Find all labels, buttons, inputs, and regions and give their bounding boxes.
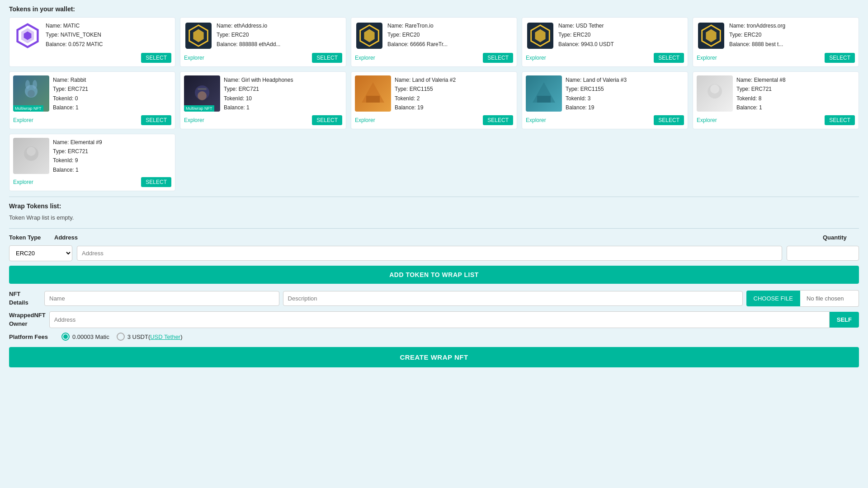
nft-details-row: NFT Details CHOOSE FILE No file chosen — [9, 290, 859, 307]
token-card-land3: Name: Land of Valeria #3 Type: ERC1155 T… — [522, 71, 688, 129]
token-type: Type: ERC20 — [558, 30, 614, 39]
fee-usdt-label: 3 USDT(USD Tether) — [127, 333, 183, 340]
token-balance: Balance: 66666 RareTr... — [387, 40, 448, 49]
token-balance: Balance: 9943.0 USDT — [558, 40, 614, 49]
erc20-tokens-row: Name: MATIC Type: NATIVE_TOKEN Balance: … — [9, 17, 859, 67]
token-balance: Balance: 1 — [224, 103, 293, 112]
select-button-land3[interactable]: SELECT — [654, 115, 684, 125]
explorer-link-elemental8[interactable]: Explorer — [697, 117, 717, 123]
nft-name-input[interactable] — [44, 291, 279, 306]
token-id: TokenId: 9 — [53, 156, 102, 165]
token-name: Name: Land of Valeria #2 — [395, 75, 456, 84]
token-card-land2: Name: Land of Valeria #2 Type: ERC1155 T… — [351, 71, 517, 129]
self-button[interactable]: SELF — [830, 312, 859, 328]
create-wrap-nft-button[interactable]: CREATE WRAP NFT — [9, 347, 859, 367]
divider-2 — [9, 228, 859, 229]
owner-address-input[interactable] — [49, 311, 830, 328]
explorer-link-tron[interactable]: Explorer — [697, 55, 717, 61]
token-type: Type: ERC1155 — [395, 84, 456, 94]
add-token-button[interactable]: ADD TOKEN TO WRAP LIST — [9, 266, 859, 284]
wrap-list-empty: Token Wrap list is empty. — [9, 214, 859, 221]
token-name: Name: Elemental #9 — [53, 138, 102, 147]
token-name: Name: ethAddress.io — [217, 21, 280, 30]
explorer-link-eth[interactable]: Explorer — [184, 55, 204, 61]
select-button-rabbit[interactable]: SELECT — [141, 115, 171, 125]
token-name: Name: MATIC — [46, 21, 103, 30]
token-form-section: Token Type Address Quantity ERC20 ERC721… — [9, 234, 859, 284]
select-button-usdt[interactable]: SELECT — [654, 53, 684, 63]
token-id: TokenId: 10 — [224, 94, 293, 103]
wallet-title: Tokens in your wallet: — [9, 5, 859, 13]
token-card-elemental9: Name: Elemental #9 Type: ERC721 TokenId:… — [9, 134, 175, 192]
token-balance: Balance: 19 — [395, 103, 456, 112]
explorer-link-land3[interactable]: Explorer — [526, 117, 546, 123]
token-type-select[interactable]: ERC20 ERC721 ERC1155 NATIVE_TOKEN — [9, 245, 72, 261]
radio-usdt[interactable] — [117, 333, 125, 341]
no-file-label: No file chosen — [800, 290, 859, 307]
nft-description-input[interactable] — [283, 291, 743, 306]
svg-point-24 — [33, 80, 37, 89]
fee-option-matic[interactable]: 0.00003 Matic — [61, 333, 109, 341]
wallet-section: Tokens in your wallet: Name: MATIC Ty — [9, 5, 859, 191]
svg-point-36 — [27, 147, 36, 156]
fee-option-usdt[interactable]: 3 USDT(USD Tether) — [117, 333, 183, 341]
svg-rect-27 — [198, 88, 207, 90]
usdt-link[interactable]: USD Tether — [150, 333, 180, 340]
nft-img-rabbit: Multiwrap NFT — [13, 75, 49, 112]
matic-icon — [13, 21, 42, 50]
erc20-icon-raretron — [355, 21, 384, 50]
select-button-matic[interactable]: SELECT — [141, 53, 171, 63]
token-card-elemental8: Name: Elemental #8 Type: ERC721 TokenId:… — [693, 71, 859, 129]
choose-file-button[interactable]: CHOOSE FILE — [746, 291, 800, 306]
explorer-link-land2[interactable]: Explorer — [355, 117, 375, 123]
token-balance: Balance: 1 — [53, 165, 102, 174]
token-type: Type: ERC20 — [387, 30, 448, 39]
select-button-eth[interactable]: SELECT — [312, 53, 342, 63]
fee-matic-label: 0.00003 Matic — [72, 333, 109, 340]
platform-fees-label: Platform Fees — [9, 333, 54, 340]
select-button-girl[interactable]: SELECT — [312, 115, 342, 125]
token-type: Type: ERC721 — [53, 84, 88, 94]
token-type: Type: ERC721 — [736, 84, 786, 94]
select-button-elemental9[interactable]: SELECT — [141, 177, 171, 187]
token-name: Name: Girl with Headphones — [224, 75, 293, 84]
token-name: Name: RareTron.io — [387, 21, 448, 30]
select-button-elemental8[interactable]: SELECT — [825, 115, 855, 125]
divider-1 — [9, 197, 859, 197]
erc20-icon-usdt — [526, 21, 555, 50]
token-name: Name: USD Tether — [558, 21, 614, 30]
explorer-link-usdt[interactable]: Explorer — [526, 55, 546, 61]
explorer-link-girl[interactable]: Explorer — [184, 117, 204, 123]
svg-rect-30 — [366, 96, 380, 103]
token-balance: Balance: 888888 ethAdd... — [217, 40, 280, 49]
select-button-raretron[interactable]: SELECT — [483, 53, 513, 63]
token-type-label: Token Type — [9, 234, 45, 241]
select-button-tron[interactable]: SELECT — [825, 53, 855, 63]
page-container: Tokens in your wallet: Name: MATIC Ty — [9, 5, 859, 367]
nft-img-land3 — [526, 75, 562, 112]
nft-img-land2 — [355, 75, 391, 112]
token-id: TokenId: 0 — [53, 94, 88, 103]
quantity-input[interactable]: 0 — [787, 246, 859, 261]
quantity-label: Quantity — [823, 234, 859, 241]
erc20-icon-eth — [184, 21, 213, 50]
erc20-icon-tron — [697, 21, 726, 50]
address-input[interactable] — [77, 246, 782, 261]
token-id: TokenId: 3 — [566, 94, 627, 103]
token-balance: Balance: 19 — [566, 103, 627, 112]
token-name: Name: Land of Valeria #3 — [566, 75, 627, 84]
select-button-land2[interactable]: SELECT — [483, 115, 513, 125]
explorer-link-raretron[interactable]: Explorer — [355, 55, 375, 61]
token-name: Name: Elemental #8 — [736, 75, 786, 84]
radio-matic[interactable] — [61, 333, 70, 341]
wrapped-owner-section: WrappedNFT Owner SELF — [9, 311, 859, 328]
token-name: Name: Rabbit — [53, 75, 88, 84]
token-card-raretron: Name: RareTron.io Type: ERC20 Balance: 6… — [351, 17, 517, 67]
token-card-tron: Name: tronAddress.org Type: ERC20 Balanc… — [693, 17, 859, 67]
explorer-link-elemental9[interactable]: Explorer — [13, 179, 33, 185]
explorer-link-rabbit[interactable]: Explorer — [13, 117, 33, 123]
wrapped-owner-label: WrappedNFT Owner — [9, 311, 46, 328]
owner-input-group: SELF — [49, 311, 859, 328]
nft-details-section: NFT Details CHOOSE FILE No file chosen — [9, 290, 859, 307]
token-card-matic: Name: MATIC Type: NATIVE_TOKEN Balance: … — [9, 17, 175, 67]
